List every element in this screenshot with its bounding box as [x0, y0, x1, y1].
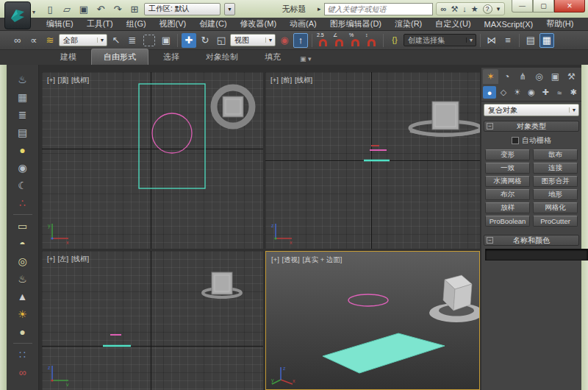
ribbon-tab-populate[interactable]: 填充 [253, 49, 293, 65]
bind-to-space-warp-icon[interactable]: ≋ [43, 33, 57, 48]
scatter-grid-icon[interactable]: ∷ [13, 346, 32, 364]
render-settings-icon[interactable]: ▤ [13, 124, 32, 141]
tab-utilities-icon[interactable]: ⚒ [564, 69, 579, 84]
menu-views[interactable]: 视图(V) [153, 17, 193, 31]
viewport-top[interactable]: [+] [顶] [线框] x y [42, 72, 263, 249]
scene-plane-object[interactable] [139, 84, 205, 188]
tab-modify-icon[interactable]: ◔ [499, 69, 514, 84]
select-by-name-icon[interactable]: ≣ [125, 33, 140, 48]
mirror-icon[interactable]: ⋈ [484, 33, 499, 48]
undo-button[interactable]: ↶ [93, 2, 108, 15]
select-object-icon[interactable]: ↖ [109, 33, 123, 48]
viewport-front[interactable]: [+] [前] [线框] x z [265, 72, 480, 249]
geometry-category-dropdown[interactable]: 复合对象 ▼ [484, 104, 579, 116]
category-cameras-icon[interactable]: ◉ [525, 86, 538, 99]
button-morph[interactable]: 变形 [485, 149, 530, 160]
sun-light-icon[interactable]: ☀ [13, 305, 32, 323]
scene-circle-object[interactable] [152, 113, 192, 153]
select-and-link-icon[interactable]: ∞ [10, 33, 25, 48]
selection-filter-dropdown[interactable]: 全部 ▼ [59, 34, 107, 46]
menu-modifiers[interactable]: 修改器(M) [234, 17, 284, 31]
named-selection-sets-dropdown[interactable]: 创建选择集 ▼ [404, 34, 476, 46]
circle-primitive-icon[interactable]: ◎ [13, 252, 32, 270]
button-shapemerge[interactable]: 图形合并 [533, 176, 578, 187]
rendered-frame-icon[interactable]: ▦ [13, 88, 32, 106]
communication-center-icon[interactable]: ↓ [462, 5, 467, 13]
button-boolean[interactable]: 布尔 [485, 189, 530, 200]
rectangular-selection-region-icon[interactable] [143, 35, 155, 46]
viewport-menu-plus[interactable]: [+] [270, 76, 279, 84]
environment-icon[interactable]: ☾ [13, 177, 32, 194]
application-menu-button[interactable] [4, 1, 31, 29]
menu-help[interactable]: 帮助(H) [539, 17, 580, 31]
menu-group[interactable]: 组(G) [120, 17, 153, 31]
layer-manager-icon[interactable]: ▤ [523, 33, 538, 48]
align-icon[interactable]: ≡ [501, 33, 515, 48]
maximize-button[interactable]: ▢ [533, 0, 554, 13]
save-file-button[interactable]: ▣ [76, 2, 91, 15]
light-bulb-icon[interactable]: ● [13, 141, 32, 159]
search-go-icon[interactable]: ▸ [318, 5, 321, 13]
menu-rendering[interactable]: 渲染(R) [388, 17, 429, 31]
viewport-menu-plus[interactable]: [+] [47, 76, 55, 84]
render-setup-icon[interactable]: ≣ [13, 106, 32, 124]
ribbon-tab-object-paint[interactable]: 对象绘制 [194, 49, 250, 65]
button-terrain[interactable]: 地形 [533, 189, 578, 200]
select-and-scale-icon[interactable]: ◱ [214, 33, 229, 48]
select-and-manipulate-icon[interactable]: ↑ [293, 33, 308, 48]
category-lights-icon[interactable]: ☀ [511, 86, 524, 99]
button-procutter[interactable]: ProCutter [533, 216, 578, 227]
open-file-button[interactable]: ▱ [60, 2, 74, 15]
ribbon-tab-freeform[interactable]: 自由形式 [91, 49, 148, 65]
ribbon-tab-selection[interactable]: 选择 [151, 49, 191, 65]
scene-plane-object[interactable] [323, 333, 445, 373]
app-menu-arrow-icon[interactable]: ▾ [32, 9, 35, 15]
category-spacewarps-icon[interactable]: ≈ [553, 86, 566, 99]
spinner-snap-icon[interactable]: ↕ [365, 33, 379, 48]
tab-hierarchy-icon[interactable]: ⋔ [515, 69, 531, 84]
viewport-menu-view[interactable]: [顶] [57, 76, 68, 84]
viewport-menu-shading[interactable]: [线框] [71, 255, 89, 263]
menu-graph-editors[interactable]: 图形编辑器(D) [323, 17, 388, 31]
category-helpers-icon[interactable]: ✚ [539, 86, 552, 99]
select-and-move-icon[interactable]: ✚ [182, 33, 196, 48]
dome-primitive-icon[interactable]: ◓ [13, 235, 32, 252]
project-fetch-button[interactable]: ⊞ [127, 2, 142, 15]
use-pivot-point-icon[interactable]: ◉ [277, 33, 292, 48]
cone-primitive-icon[interactable]: ▲ [13, 288, 32, 305]
viewport-menu-view[interactable]: [透视] [282, 255, 299, 263]
search-input[interactable] [324, 3, 433, 15]
ribbon-options-arrow-icon[interactable]: ▣ ▾ [295, 53, 316, 65]
viewport-menu-shading[interactable]: [真实 + 边面] [302, 255, 342, 263]
workspace-arrow-button[interactable]: ▼ [224, 3, 235, 15]
menu-customize[interactable]: 自定义(U) [429, 17, 477, 31]
search-icon[interactable]: ∞ [441, 5, 447, 13]
category-systems-icon[interactable]: ✱ [567, 86, 580, 99]
menu-tools[interactable]: 工具(T) [80, 17, 120, 31]
favorites-icon[interactable]: ★ [471, 5, 478, 13]
viewport-menu-shading[interactable]: [线框] [71, 76, 89, 84]
angle-snap-icon[interactable]: ∠ [332, 33, 347, 48]
button-scatter[interactable]: 散布 [533, 149, 578, 160]
ribbon-tab-modeling[interactable]: 建模 [49, 49, 88, 65]
redo-button[interactable]: ↷ [110, 2, 125, 15]
close-button[interactable]: × [554, 0, 585, 13]
unlink-selection-icon[interactable]: ∝ [26, 33, 41, 48]
rollout-object-type-header[interactable]: − 对象类型 [484, 121, 579, 132]
subscription-icon[interactable]: ⚒ [451, 5, 458, 13]
render-teapot-icon[interactable]: ♨ [13, 71, 32, 88]
edit-named-selection-sets-icon[interactable]: {} [387, 33, 402, 48]
scene-box-object[interactable] [432, 102, 459, 130]
button-blobmesh[interactable]: 水滴网格 [485, 176, 530, 187]
menu-edit[interactable]: 编辑(E) [40, 17, 80, 31]
window-crossing-icon[interactable]: ▣ [159, 33, 173, 48]
new-file-button[interactable]: ▯ [43, 2, 57, 15]
tab-motion-icon[interactable]: ◎ [531, 69, 547, 84]
rollout-name-color-header[interactable]: − 名称和颜色 [484, 235, 579, 246]
tab-create-icon[interactable]: ✶ [483, 69, 498, 84]
object-name-input[interactable] [485, 249, 588, 260]
button-mesher[interactable]: 网格化 [533, 202, 578, 213]
button-conform[interactable]: 一致 [485, 163, 530, 174]
viewport-menu-view[interactable]: [前] [281, 76, 292, 84]
menu-create[interactable]: 创建(C) [193, 17, 233, 31]
